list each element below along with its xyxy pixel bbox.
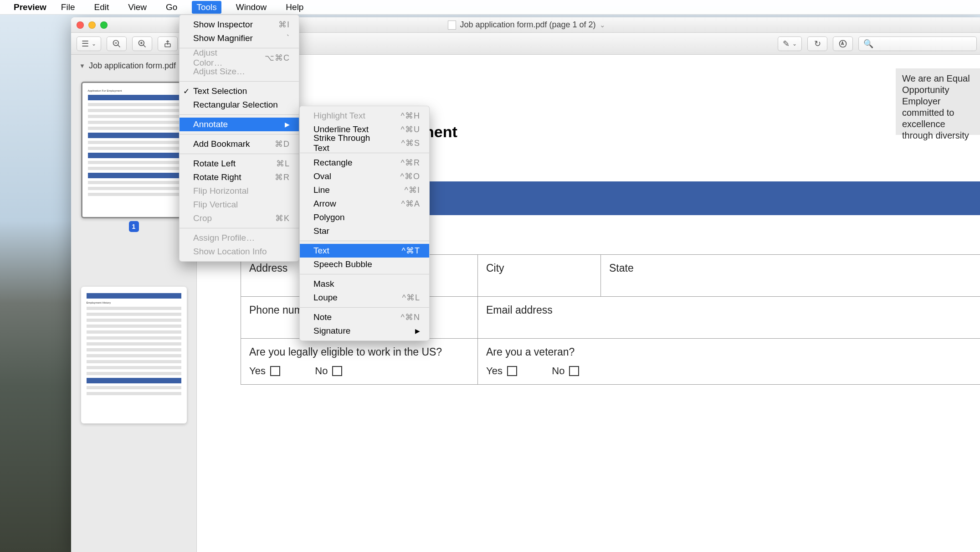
menu-item-label: Flip Horizontal: [193, 186, 248, 196]
annotate-item-speech-bubble[interactable]: Speech Bubble: [300, 258, 429, 271]
checkbox-icon: [270, 366, 280, 376]
thumbnail-1-wrapper: Application For Employment 1: [75, 82, 193, 232]
share-button[interactable]: [158, 36, 178, 51]
annotate-separator: [300, 241, 429, 241]
shortcut-label: ^⌘R: [401, 158, 420, 168]
tools-item-annotate[interactable]: Annotate▶: [180, 118, 299, 131]
thumbnail-page-2[interactable]: Employment History: [81, 287, 187, 423]
cell-state-label: State: [601, 255, 980, 297]
menu-item-label: Show Inspector: [193, 20, 253, 30]
highlight-icon: ✎: [783, 39, 790, 49]
document-icon: [448, 21, 456, 30]
menu-tools[interactable]: Tools: [192, 1, 221, 14]
menu-item-label: Add Bookmark: [193, 139, 250, 149]
annotate-item-text[interactable]: Text^⌘T: [300, 244, 429, 258]
zoom-out-button[interactable]: [107, 36, 127, 51]
app-name[interactable]: Preview: [14, 2, 46, 12]
menu-window[interactable]: Window: [231, 1, 272, 14]
tools-menu: Show Inspector⌘IShow Magnifier`Adjust Co…: [179, 15, 299, 262]
tools-item-rotate-left[interactable]: Rotate Left⌘L: [180, 157, 299, 170]
cell-city-label: City: [478, 255, 601, 297]
sidebar-mode-button[interactable]: ☰ ⌄: [77, 36, 101, 51]
markup-button[interactable]: [833, 36, 853, 51]
menu-item-label: Polygon: [313, 212, 345, 222]
cell-veteran: Are you a veteran? Yes No: [478, 339, 980, 385]
svg-line-1: [118, 45, 120, 47]
veteran-question: Are you a veteran?: [486, 346, 980, 358]
annotate-item-note[interactable]: Note^⌘N: [300, 310, 429, 324]
svg-line-4: [144, 45, 146, 47]
annotate-item-line[interactable]: Line^⌘I: [300, 183, 429, 197]
menu-edit[interactable]: Edit: [89, 1, 113, 14]
tools-item-text-selection[interactable]: ✓Text Selection: [180, 84, 299, 98]
annotate-item-rectangle[interactable]: Rectangle^⌘R: [300, 156, 429, 170]
shortcut-label: ^⌘T: [402, 246, 420, 256]
annotate-item-strike-through-text[interactable]: Strike Through Text^⌘S: [300, 136, 429, 150]
cell-email-label: Email address: [478, 297, 980, 339]
close-button[interactable]: [77, 21, 84, 29]
checkbox-icon: [507, 366, 517, 376]
sidebar-document-title[interactable]: Job application form.pdf: [75, 59, 193, 72]
minimize-button[interactable]: [88, 21, 96, 29]
menu-help[interactable]: Help: [281, 1, 308, 14]
chevron-down-icon: ⌄: [92, 41, 96, 47]
title-chevron-icon[interactable]: ⌄: [600, 21, 605, 29]
annotate-item-polygon[interactable]: Polygon: [300, 211, 429, 224]
menu-view[interactable]: View: [123, 1, 151, 14]
veteran-no[interactable]: No: [552, 365, 579, 377]
tools-item-show-inspector[interactable]: Show Inspector⌘I: [180, 18, 299, 31]
highlight-button[interactable]: ✎ ⌄: [778, 36, 802, 51]
macos-menubar: Preview File Edit View Go Tools Window H…: [0, 0, 980, 15]
chevron-down-icon: ⌄: [792, 41, 797, 47]
shortcut-label: `: [287, 34, 290, 43]
menu-item-label: Oval: [313, 171, 331, 181]
rotate-button[interactable]: ↻: [807, 36, 827, 51]
menu-item-label: Signature: [313, 326, 350, 336]
veteran-yes[interactable]: Yes: [486, 365, 517, 377]
menu-go[interactable]: Go: [161, 1, 182, 14]
tools-item-rectangular-selection[interactable]: Rectangular Selection: [180, 98, 299, 112]
menu-item-label: Text: [313, 246, 329, 256]
cell-eligible: Are you legally eligible to work in the …: [241, 339, 478, 385]
menu-file[interactable]: File: [56, 1, 80, 14]
tools-item-add-bookmark[interactable]: Add Bookmark⌘D: [180, 137, 299, 151]
shortcut-label: ^⌘L: [402, 293, 420, 303]
annotate-item-arrow[interactable]: Arrow^⌘A: [300, 197, 429, 211]
tools-separator: [180, 114, 299, 115]
zoom-button[interactable]: [100, 21, 108, 29]
eligible-yes[interactable]: Yes: [249, 365, 280, 377]
tools-item-assign-profile-: Assign Profile…: [180, 231, 299, 245]
annotate-item-oval[interactable]: Oval^⌘O: [300, 170, 429, 183]
shortcut-label: ⌘D: [275, 139, 290, 149]
annotate-item-loupe[interactable]: Loupe^⌘L: [300, 291, 429, 304]
annotate-item-mask[interactable]: Mask: [300, 277, 429, 291]
shortcut-label: ^⌘N: [401, 312, 420, 322]
annotate-item-highlight-text: Highlight Text^⌘H: [300, 109, 429, 123]
thumbnail-page-1[interactable]: Application For Employment: [81, 82, 187, 218]
annotate-item-star[interactable]: Star: [300, 224, 429, 238]
annotate-separator: [300, 307, 429, 308]
menu-item-label: Mask: [313, 279, 334, 289]
menu-item-label: Assign Profile…: [193, 233, 255, 243]
shortcut-label: ^⌘O: [400, 171, 420, 181]
annotate-item-signature[interactable]: Signature▶: [300, 324, 429, 338]
menu-item-label: Rotate Left: [193, 159, 236, 169]
tools-item-rotate-right[interactable]: Rotate Right⌘R: [180, 170, 299, 184]
tools-separator: [180, 154, 299, 154]
checkbox-icon: [332, 366, 342, 376]
page-badge-1: 1: [129, 221, 139, 232]
menu-item-label: Star: [313, 226, 329, 236]
tools-item-show-magnifier[interactable]: Show Magnifier`: [180, 31, 299, 45]
tools-item-crop: Crop⌘K: [180, 212, 299, 225]
menu-item-label: Rotate Right: [193, 172, 241, 182]
sidebar: Job application form.pdf Application For…: [71, 55, 197, 552]
search-field[interactable]: 🔍: [858, 36, 977, 51]
thumbnail-2-wrapper: Employment History: [75, 287, 193, 423]
check-icon: ✓: [183, 87, 190, 96]
eligible-no[interactable]: No: [315, 365, 342, 377]
menu-item-label: Flip Vertical: [193, 200, 238, 210]
sidebar-icon: ☰: [82, 39, 89, 49]
zoom-in-button[interactable]: [132, 36, 152, 51]
menu-item-label: Line: [313, 185, 330, 195]
menu-item-label: Rectangular Selection: [193, 100, 278, 110]
